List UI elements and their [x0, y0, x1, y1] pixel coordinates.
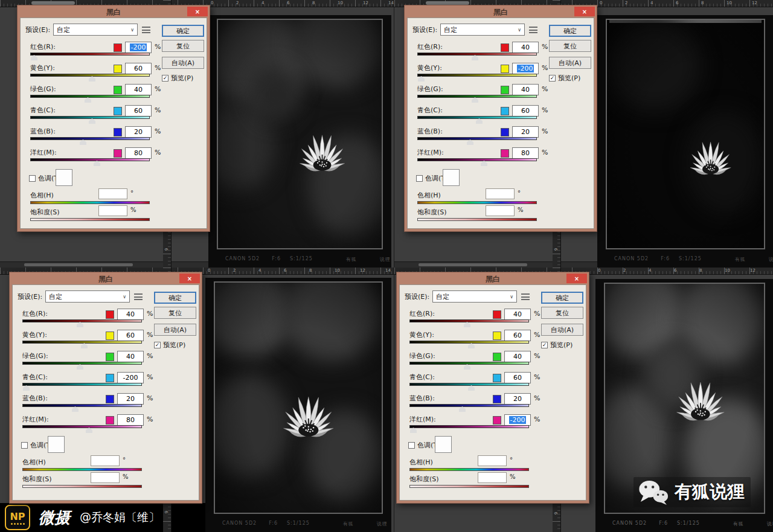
value-input[interactable]: -200: [512, 63, 539, 74]
hue-input[interactable]: [91, 455, 120, 466]
slider-thumb[interactable]: [86, 428, 92, 433]
value-input[interactable]: 20: [512, 126, 539, 138]
value-input[interactable]: -200: [504, 414, 531, 426]
tone-color-swatch[interactable]: [56, 169, 72, 186]
slider-thumb[interactable]: [23, 385, 30, 391]
saturation-input[interactable]: [98, 205, 127, 216]
value-input[interactable]: 60: [125, 63, 152, 74]
value-input[interactable]: 60: [512, 105, 539, 117]
slider-track[interactable]: [409, 404, 529, 407]
value-input[interactable]: 20: [504, 393, 531, 405]
slider-track[interactable]: [409, 425, 529, 428]
preset-select[interactable]: 自定 ∨: [53, 24, 138, 36]
slider-thumb[interactable]: [77, 322, 83, 327]
value-input[interactable]: -200: [117, 372, 144, 383]
value-input[interactable]: 20: [125, 126, 152, 138]
hue-input[interactable]: [478, 455, 507, 466]
hue-input[interactable]: [486, 188, 515, 199]
slider-track[interactable]: [409, 383, 529, 386]
close-button[interactable]: ×: [179, 274, 200, 283]
ok-button[interactable]: 确定: [154, 292, 196, 304]
tone-color-swatch[interactable]: [48, 436, 65, 453]
slider-track[interactable]: [417, 158, 537, 161]
value-input[interactable]: 40: [117, 351, 144, 362]
slider-track[interactable]: [417, 74, 537, 77]
slider-thumb[interactable]: [85, 97, 91, 103]
tone-checkbox[interactable]: [29, 175, 36, 182]
preset-menu-icon[interactable]: [134, 293, 143, 300]
preset-select[interactable]: 自定 ∨: [440, 24, 525, 36]
slider-track[interactable]: [22, 362, 142, 365]
preset-menu-icon[interactable]: [521, 293, 530, 300]
value-input[interactable]: 40: [512, 84, 539, 95]
slider-thumb[interactable]: [81, 343, 88, 348]
slider-track[interactable]: [417, 53, 537, 56]
ok-button[interactable]: 确定: [162, 25, 204, 37]
slider-thumb[interactable]: [80, 139, 86, 145]
slider-track[interactable]: [417, 137, 537, 140]
slider-thumb[interactable]: [467, 139, 473, 145]
slider-track[interactable]: [417, 116, 537, 119]
value-input[interactable]: 40: [504, 309, 531, 320]
tone-checkbox[interactable]: [416, 175, 423, 182]
slider-thumb[interactable]: [89, 76, 95, 82]
slider-track[interactable]: [22, 319, 142, 322]
tone-color-swatch[interactable]: [443, 169, 460, 186]
slider-thumb[interactable]: [89, 118, 95, 124]
value-input[interactable]: 60: [504, 330, 531, 341]
value-input[interactable]: 40: [512, 42, 539, 53]
saturation-input[interactable]: [486, 205, 515, 216]
preset-menu-icon[interactable]: [529, 27, 537, 33]
ok-button[interactable]: 确定: [549, 25, 591, 37]
slider-track[interactable]: [22, 383, 142, 386]
slider-track[interactable]: [22, 425, 142, 428]
slider-track[interactable]: [30, 158, 150, 161]
slider-track[interactable]: [30, 95, 150, 98]
slider-thumb[interactable]: [94, 161, 100, 166]
tone-color-swatch[interactable]: [435, 436, 452, 453]
slider-track[interactable]: [30, 74, 150, 77]
close-button[interactable]: ×: [187, 7, 208, 16]
horizontal-scrollbar[interactable]: [0, 261, 208, 268]
close-button[interactable]: ×: [574, 7, 595, 16]
slider-thumb[interactable]: [31, 55, 37, 60]
slider-track[interactable]: [30, 137, 150, 140]
slider-thumb[interactable]: [468, 385, 475, 391]
ok-button[interactable]: 确定: [541, 292, 583, 304]
saturation-input[interactable]: [478, 472, 507, 483]
slider-thumb[interactable]: [472, 55, 478, 60]
horizontal-scrollbar[interactable]: [394, 261, 597, 268]
slider-thumb[interactable]: [464, 322, 470, 327]
slider-thumb[interactable]: [476, 118, 483, 124]
tone-checkbox[interactable]: [21, 442, 28, 449]
preset-select[interactable]: 自定 ∨: [432, 290, 517, 303]
tone-checkbox[interactable]: [408, 442, 415, 449]
value-input[interactable]: 80: [512, 147, 539, 159]
slider-thumb[interactable]: [459, 406, 466, 412]
slider-track[interactable]: [30, 53, 150, 56]
value-input[interactable]: 80: [117, 414, 144, 426]
preset-menu-icon[interactable]: [142, 27, 150, 33]
slider-thumb[interactable]: [481, 161, 487, 166]
slider-track[interactable]: [30, 116, 150, 119]
value-input[interactable]: 80: [125, 147, 152, 159]
close-button[interactable]: ×: [566, 274, 587, 283]
value-input[interactable]: 40: [117, 309, 144, 320]
slider-thumb[interactable]: [472, 97, 478, 103]
slider-track[interactable]: [409, 341, 529, 344]
slider-thumb[interactable]: [418, 76, 425, 82]
slider-track[interactable]: [22, 404, 142, 407]
slider-thumb[interactable]: [468, 343, 475, 348]
slider-track[interactable]: [417, 95, 537, 98]
saturation-input[interactable]: [91, 472, 120, 483]
value-input[interactable]: 60: [117, 330, 144, 341]
value-input[interactable]: -200: [125, 42, 152, 53]
preset-select[interactable]: 自定 ∨: [45, 290, 130, 303]
value-input[interactable]: 20: [117, 393, 144, 405]
slider-thumb[interactable]: [464, 364, 470, 370]
value-input[interactable]: 60: [504, 372, 531, 383]
slider-thumb[interactable]: [410, 428, 417, 433]
value-input[interactable]: 40: [125, 84, 152, 95]
slider-thumb[interactable]: [77, 364, 83, 370]
slider-thumb[interactable]: [72, 406, 79, 412]
